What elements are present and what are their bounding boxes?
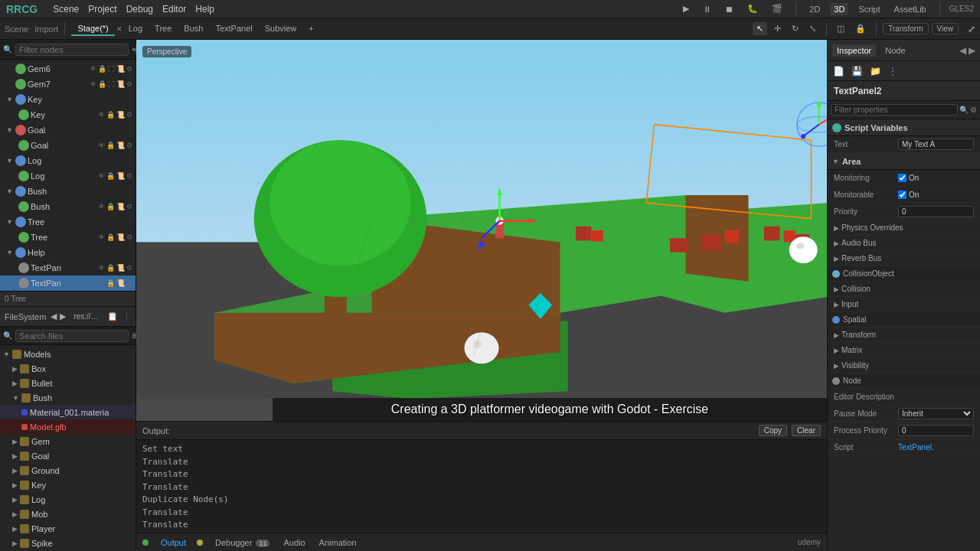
fs-item-gem[interactable]: ▶ Gem xyxy=(0,434,136,448)
priority-value[interactable]: 0 xyxy=(898,206,974,217)
tab-bush[interactable]: Bush xyxy=(178,22,209,36)
select-tool[interactable]: ↖ xyxy=(753,22,767,35)
lock-icon[interactable]: 🔒 xyxy=(98,65,106,73)
fs-item-models[interactable]: ▼ Models xyxy=(0,347,136,361)
fs-item-goal[interactable]: ▶ Goal xyxy=(0,448,136,463)
node-section[interactable]: Node xyxy=(828,373,980,389)
tab-log[interactable]: Log xyxy=(122,22,149,36)
tree-item[interactable]: ▼ Bush xyxy=(0,184,136,199)
fs-item-spike[interactable]: ▶ Spike xyxy=(0,536,136,550)
input-row[interactable]: ▶ Input xyxy=(828,297,980,312)
settings-icon[interactable]: ⚙ xyxy=(126,264,132,272)
clear-button[interactable]: Clear xyxy=(792,425,821,436)
debug-button[interactable]: 🐛 xyxy=(743,2,762,15)
tree-item[interactable]: ▼ Tree xyxy=(0,214,136,230)
inspector-tool-1[interactable]: 📄 xyxy=(831,65,847,77)
tab-textpanel[interactable]: TextPanel xyxy=(209,22,258,36)
lock-icon[interactable]: 🔒 xyxy=(106,264,115,272)
play-button[interactable]: ▶ xyxy=(679,2,693,15)
transform-btn[interactable]: Transform xyxy=(883,23,928,34)
local-tool[interactable]: ◫ xyxy=(833,22,848,35)
menu-help[interactable]: Help xyxy=(195,4,214,15)
fs-menu[interactable]: ⋮ xyxy=(122,311,131,321)
settings-icon[interactable]: ⚙ xyxy=(126,279,132,287)
lock-icon[interactable]: 🔒 xyxy=(106,279,115,287)
settings-icon[interactable]: ⚙ xyxy=(126,233,132,241)
tree-item[interactable]: Gem6 👁 🔒 ⛶ 📜 ⚙ xyxy=(0,61,136,77)
rotate-tool[interactable]: ↻ xyxy=(788,22,802,35)
visibility-icon[interactable]: 👁 xyxy=(98,142,105,149)
tree-item[interactable]: Key 👁 🔒 📜 ⚙ xyxy=(0,107,136,122)
script-icon[interactable]: 📜 xyxy=(116,65,125,73)
fs-path-copy[interactable]: 📋 xyxy=(107,311,118,321)
tree-item[interactable]: Tree 👁 🔒 📜 ⚙ xyxy=(0,230,136,245)
visibility-row[interactable]: ▶ Visibility xyxy=(828,358,980,373)
collision-object-section[interactable]: CollisionObject xyxy=(828,266,980,282)
script-variables-section[interactable]: Script Variables xyxy=(828,119,980,136)
settings-icon[interactable]: ⚙ xyxy=(126,203,132,210)
script-icon[interactable]: 📜 xyxy=(116,142,125,149)
fs-nav-fwd[interactable]: ▶ xyxy=(60,311,66,321)
area-section[interactable]: ▼ Area xyxy=(828,153,980,170)
lock-icon[interactable]: 🔒 xyxy=(106,233,115,241)
script-icon[interactable]: 📜 xyxy=(116,111,125,119)
tree-item[interactable]: Gem7 👁 🔒 ⛶ 📜 ⚙ xyxy=(0,77,136,92)
visibility-icon[interactable]: 👁 xyxy=(98,203,105,210)
pause-button[interactable]: ⏸ xyxy=(699,3,715,15)
output-tab-audio[interactable]: Audio xyxy=(280,536,308,549)
fs-item-player[interactable]: ▶ Player xyxy=(0,521,136,536)
scale-tool[interactable]: ⤡ xyxy=(805,22,820,35)
menu-scene[interactable]: Scene xyxy=(53,4,79,15)
fs-item-box[interactable]: ▶ Box xyxy=(0,361,136,376)
visibility-icon[interactable]: 👁 xyxy=(90,65,96,73)
visibility-icon[interactable]: 👁 xyxy=(98,172,105,180)
group-icon[interactable]: ⛶ xyxy=(108,65,115,73)
audio-bus-row[interactable]: ▶ Audio Bus xyxy=(828,236,980,251)
inspector-tool-4[interactable]: ⋮ xyxy=(886,65,900,77)
snap-tool[interactable]: 🔒 xyxy=(851,22,870,35)
lock-icon[interactable]: 🔒 xyxy=(106,172,115,180)
visibility-icon[interactable]: 👁 xyxy=(98,111,105,119)
maximize-btn[interactable]: ⤢ xyxy=(968,24,975,34)
output-tab-debugger[interactable]: Debugger 11 xyxy=(212,536,273,549)
group-icon[interactable]: ⛶ xyxy=(108,80,115,88)
fs-item-material[interactable]: Material_001.materia xyxy=(0,405,136,419)
assetlib-btn[interactable]: AssetLib xyxy=(890,3,930,15)
text-prop-value[interactable]: My Text A xyxy=(898,139,974,150)
spatial-section[interactable]: Spatial xyxy=(828,312,980,328)
tab-stage-close[interactable]: ✕ xyxy=(116,25,122,33)
script-icon[interactable]: 📜 xyxy=(116,264,125,272)
fs-nav-back[interactable]: ◀ xyxy=(51,311,57,321)
script-icon[interactable]: 📜 xyxy=(116,279,125,287)
tab-add[interactable]: + xyxy=(302,22,319,36)
visibility-icon[interactable]: 👁 xyxy=(98,279,105,287)
filter-nodes-input[interactable] xyxy=(15,44,129,56)
stop-button[interactable]: ⏹ xyxy=(721,3,737,15)
mode-3d[interactable]: 3D xyxy=(830,3,848,15)
tree-item[interactable]: ▼ Goal xyxy=(0,122,136,138)
tree-item[interactable]: Log 👁 🔒 📜 ⚙ xyxy=(0,168,136,184)
nav-back[interactable]: ◀ xyxy=(959,45,966,56)
collision-row[interactable]: ▶ Collision xyxy=(828,282,980,297)
inspector-tool-3[interactable]: 📁 xyxy=(867,65,884,77)
tab-tree[interactable]: Tree xyxy=(149,22,178,36)
mode-2d[interactable]: 2D xyxy=(805,3,824,15)
settings-icon[interactable]: ⚙ xyxy=(126,172,132,180)
tree-item[interactable]: ▼ Key xyxy=(0,92,136,107)
fs-item-log[interactable]: ▶ Log xyxy=(0,492,136,507)
menu-project[interactable]: Project xyxy=(88,4,116,15)
visibility-icon[interactable]: 👁 xyxy=(98,264,105,272)
reverb-bus-row[interactable]: ▶ Reverb Bus xyxy=(828,251,980,266)
lock-icon[interactable]: 🔒 xyxy=(106,203,115,210)
visibility-icon[interactable]: 👁 xyxy=(90,80,96,88)
fs-item-ground[interactable]: ▶ Ground xyxy=(0,463,136,478)
scene-view[interactable]: Perspective xyxy=(136,40,827,421)
inspector-tool-2[interactable]: 💾 xyxy=(849,65,865,77)
fs-item-key[interactable]: ▶ Key xyxy=(0,478,136,492)
script-icon[interactable]: 📜 xyxy=(116,172,125,180)
transform-row[interactable]: ▶ Transform xyxy=(828,328,980,343)
settings-icon[interactable]: ⚙ xyxy=(126,142,132,149)
inspector-tab[interactable]: Inspector xyxy=(832,44,876,57)
fs-item-bullet[interactable]: ▶ Bullet xyxy=(0,376,136,390)
import-tab-label[interactable]: Import xyxy=(34,24,58,34)
